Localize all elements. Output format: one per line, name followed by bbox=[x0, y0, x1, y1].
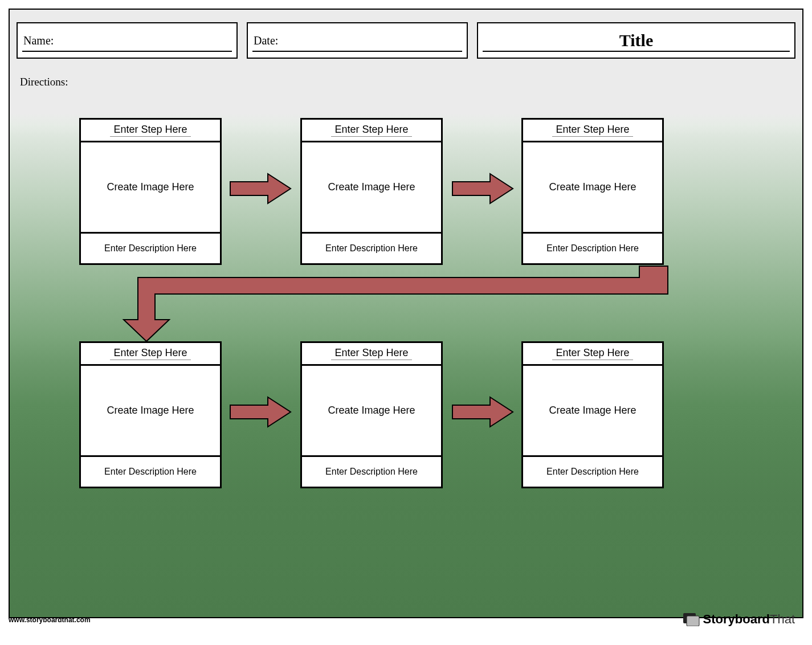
step-title-4[interactable]: Enter Step Here bbox=[81, 343, 220, 366]
arrow-wrap-down-icon bbox=[101, 263, 671, 342]
step-image-6[interactable]: Create Image Here bbox=[523, 366, 662, 457]
date-underline bbox=[252, 51, 462, 52]
flow-area: Enter Step Here Create Image Here Enter … bbox=[10, 113, 802, 617]
arrow-right-icon bbox=[451, 395, 514, 429]
step-image-4[interactable]: Create Image Here bbox=[81, 366, 220, 457]
step-title-1[interactable]: Enter Step Here bbox=[81, 120, 220, 142]
arrow-right-icon bbox=[229, 395, 292, 429]
step-card-6[interactable]: Enter Step Here Create Image Here Enter … bbox=[521, 341, 664, 488]
storyboard-logo-icon bbox=[683, 613, 700, 626]
name-field-box[interactable]: Name: bbox=[17, 22, 238, 59]
step-card-5[interactable]: Enter Step Here Create Image Here Enter … bbox=[300, 341, 443, 488]
step-card-2[interactable]: Enter Step Here Create Image Here Enter … bbox=[300, 118, 443, 265]
step-image-5[interactable]: Create Image Here bbox=[302, 366, 441, 457]
title-text: Title bbox=[619, 31, 653, 50]
step-image-2[interactable]: Create Image Here bbox=[302, 142, 441, 234]
arrow-right-icon bbox=[229, 172, 292, 206]
step-title-6[interactable]: Enter Step Here bbox=[523, 343, 662, 366]
step-card-4[interactable]: Enter Step Here Create Image Here Enter … bbox=[79, 341, 222, 488]
step-description-1[interactable]: Enter Description Here bbox=[81, 234, 220, 263]
arrow-right-icon bbox=[451, 172, 514, 206]
step-title-2[interactable]: Enter Step Here bbox=[302, 120, 441, 142]
footer-url: www.storyboardthat.com bbox=[9, 616, 91, 624]
step-image-3[interactable]: Create Image Here bbox=[523, 142, 662, 234]
svg-marker-2 bbox=[230, 397, 291, 427]
step-card-3[interactable]: Enter Step Here Create Image Here Enter … bbox=[521, 118, 664, 265]
step-image-1[interactable]: Create Image Here bbox=[81, 142, 220, 234]
svg-marker-4 bbox=[124, 266, 668, 341]
svg-marker-0 bbox=[230, 174, 291, 203]
step-card-1[interactable]: Enter Step Here Create Image Here Enter … bbox=[79, 118, 222, 265]
svg-marker-1 bbox=[452, 174, 513, 203]
directions-label: Directions: bbox=[10, 59, 802, 88]
title-field-box[interactable]: Title bbox=[477, 22, 795, 59]
name-label: Name: bbox=[18, 34, 54, 47]
step-description-6[interactable]: Enter Description Here bbox=[523, 457, 662, 487]
step-title-5[interactable]: Enter Step Here bbox=[302, 343, 441, 366]
title-underline bbox=[483, 51, 790, 52]
step-description-2[interactable]: Enter Description Here bbox=[302, 234, 441, 263]
step-description-3[interactable]: Enter Description Here bbox=[523, 234, 662, 263]
worksheet-canvas: Name: Date: Title Directions: Enter Step… bbox=[9, 9, 803, 618]
header-row: Name: Date: Title bbox=[10, 10, 802, 59]
date-label: Date: bbox=[248, 34, 278, 47]
step-title-3[interactable]: Enter Step Here bbox=[523, 120, 662, 142]
footer-brand: StoryboardThat bbox=[703, 612, 795, 627]
svg-marker-3 bbox=[452, 397, 513, 427]
footer-logo: StoryboardThat bbox=[683, 612, 795, 627]
date-field-box[interactable]: Date: bbox=[247, 22, 468, 59]
step-description-5[interactable]: Enter Description Here bbox=[302, 457, 441, 487]
svg-rect-6 bbox=[687, 616, 699, 626]
step-description-4[interactable]: Enter Description Here bbox=[81, 457, 220, 487]
name-underline bbox=[22, 51, 232, 52]
